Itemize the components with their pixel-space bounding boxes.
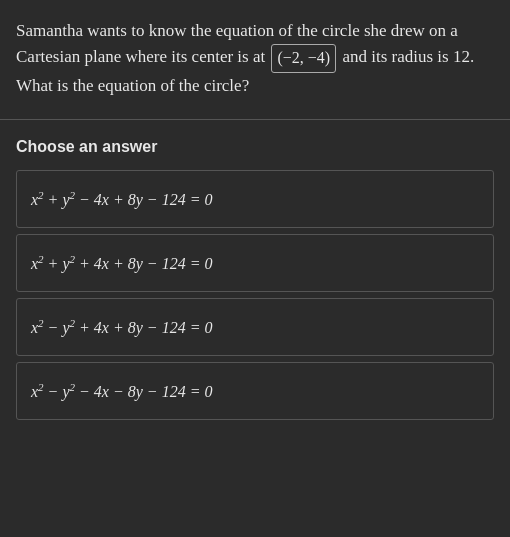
- choose-section: Choose an answer x2 + y2 − 4x + 8y − 124…: [0, 120, 510, 436]
- answer-option-c[interactable]: x2 − y2 + 4x + 8y − 124 = 0: [16, 298, 494, 356]
- answer-b-text: x2 + y2 + 4x + 8y − 124 = 0: [31, 253, 212, 273]
- question-text: Samantha wants to know the equation of t…: [16, 18, 494, 99]
- center-highlight: (−2, −4): [271, 44, 336, 73]
- answer-a-text: x2 + y2 − 4x + 8y − 124 = 0: [31, 189, 212, 209]
- answer-option-a[interactable]: x2 + y2 − 4x + 8y − 124 = 0: [16, 170, 494, 228]
- answer-c-text: x2 − y2 + 4x + 8y − 124 = 0: [31, 317, 212, 337]
- answer-d-text: x2 − y2 − 4x − 8y − 124 = 0: [31, 381, 212, 401]
- answer-option-b[interactable]: x2 + y2 + 4x + 8y − 124 = 0: [16, 234, 494, 292]
- question-section: Samantha wants to know the equation of t…: [0, 0, 510, 120]
- answer-option-d[interactable]: x2 − y2 − 4x − 8y − 124 = 0: [16, 362, 494, 420]
- choose-label: Choose an answer: [16, 138, 494, 156]
